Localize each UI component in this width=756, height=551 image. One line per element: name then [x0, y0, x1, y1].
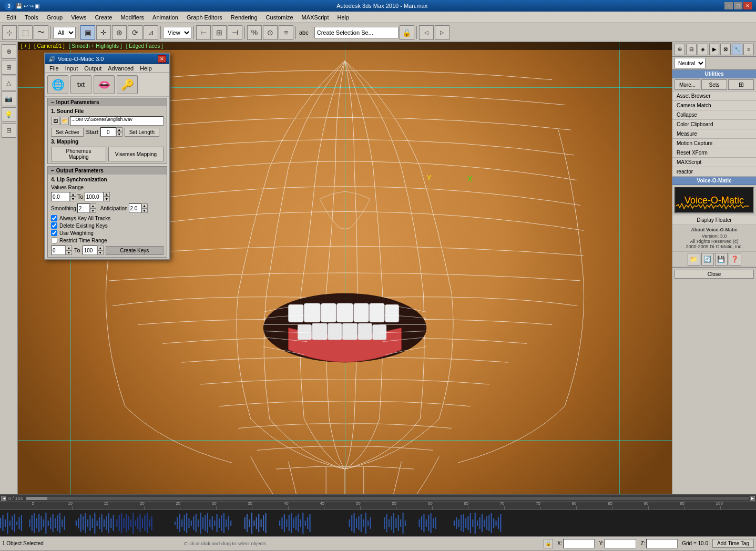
vom-set-active-btn[interactable]: Set Active: [51, 128, 84, 137]
menu-graph-editors[interactable]: Graph Editors: [182, 13, 227, 22]
util-reset-xform-btn[interactable]: Reset XForm: [672, 148, 756, 158]
rp-hierarchy-btn[interactable]: ◈: [698, 44, 708, 55]
menu-tools[interactable]: Tools: [21, 13, 43, 22]
menu-modifiers[interactable]: Modifiers: [116, 13, 148, 22]
vom-to-down[interactable]: ▼: [104, 197, 110, 201]
close-button[interactable]: ✕: [743, 2, 752, 9]
vom-menu-output[interactable]: Output: [81, 65, 105, 72]
vom-start-down-btn[interactable]: ▼: [116, 132, 122, 137]
vom-folder-icon-btn[interactable]: 📁: [688, 253, 700, 266]
vom-restrict-from-input[interactable]: [51, 246, 66, 255]
vom-refresh-icon-btn[interactable]: 🔄: [701, 253, 714, 266]
redo-btn[interactable]: ▷: [435, 25, 449, 40]
neutral-dropdown[interactable]: Neutral: [675, 58, 706, 68]
vom-output-collapse-icon[interactable]: −: [51, 168, 54, 174]
menu-customize[interactable]: Customize: [262, 13, 298, 22]
vom-smooth-up[interactable]: ▲: [90, 203, 96, 208]
scale-btn[interactable]: ⊿: [144, 25, 158, 40]
viewport[interactable]: [ + ] [ Camera01 ] [ Smooth + Highlights…: [18, 42, 672, 494]
vom-browse-icon[interactable]: 📂: [60, 117, 69, 125]
sidebar-ortho-btn[interactable]: ⊞: [2, 60, 16, 75]
vom-lips-btn[interactable]: 👄: [94, 75, 115, 94]
sidebar-grid-btn[interactable]: ⊟: [2, 123, 16, 138]
vom-from-up[interactable]: ▲: [70, 192, 76, 197]
vom-collapse-icon[interactable]: −: [51, 99, 54, 105]
status-z-input[interactable]: [646, 539, 678, 548]
util-collapse-btn[interactable]: Collapse: [672, 110, 756, 120]
status-x-input[interactable]: [563, 539, 595, 548]
vom-restrict-from-up[interactable]: ▲: [66, 246, 72, 250]
util-maxscript-btn[interactable]: MAXScript: [672, 158, 756, 167]
vom-anticip-up[interactable]: ▲: [141, 203, 148, 208]
tl-scroll-left-btn[interactable]: ◀: [1, 496, 6, 501]
util-measure-btn[interactable]: Measure: [672, 129, 756, 139]
vom-restrict-to-down[interactable]: ▼: [97, 250, 104, 255]
vom-restrict-to-input[interactable]: [83, 246, 97, 255]
util-color-clipboard-btn[interactable]: Color Clipboard: [672, 120, 756, 129]
filter-dropdown[interactable]: All: [53, 27, 76, 38]
menu-group[interactable]: Group: [43, 13, 67, 22]
rp-utilities-btn[interactable]: 🔧: [732, 44, 742, 55]
vom-smooth-down[interactable]: ▼: [90, 208, 96, 213]
vom-set-length-btn[interactable]: Set Length: [125, 128, 159, 137]
minimize-button[interactable]: −: [724, 2, 733, 9]
rp-motion-btn[interactable]: ▶: [709, 44, 720, 55]
vom-menu-help[interactable]: Help: [137, 65, 155, 72]
vom-anticip-down[interactable]: ▼: [141, 208, 148, 213]
vom-folder-icon[interactable]: 🖼: [51, 117, 59, 125]
select-move-btn[interactable]: ✛: [96, 25, 111, 40]
view-dropdown[interactable]: View: [163, 27, 191, 38]
sidebar-light-btn[interactable]: 💡: [2, 107, 16, 122]
sidebar-cam-btn[interactable]: 📷: [2, 91, 16, 106]
vom-restrict-from-down[interactable]: ▼: [66, 250, 72, 255]
vom-menu-advanced[interactable]: Advanced: [105, 65, 137, 72]
vom-phonemes-btn[interactable]: Phonemes Mapping: [51, 147, 106, 161]
timeline-content[interactable]: [0, 510, 756, 536]
array-btn[interactable]: ⊞: [212, 25, 227, 40]
vom-display-floater-btn[interactable]: Display Floater: [672, 216, 756, 225]
vom-menu-input[interactable]: Input: [62, 65, 81, 72]
utilities-sets-btn[interactable]: Sets: [701, 79, 727, 90]
vom-close-button[interactable]: ✕: [158, 55, 166, 63]
maximize-button[interactable]: □: [734, 2, 742, 9]
tl-scroll-right-btn[interactable]: ▶: [750, 496, 755, 501]
selection-lock-btn[interactable]: 🔒: [400, 25, 414, 40]
util-asset-browser-btn[interactable]: Asset Browser: [672, 91, 756, 101]
move-btn[interactable]: ⊕: [112, 25, 127, 40]
status-y-input[interactable]: [605, 539, 636, 548]
vom-panel-close-btn[interactable]: Close: [675, 270, 754, 279]
menu-help[interactable]: Help: [333, 13, 354, 22]
utilities-more-btn[interactable]: More...: [675, 79, 700, 90]
mirror-btn[interactable]: ⊢: [196, 25, 211, 40]
add-time-tag-btn[interactable]: Add Time Tag: [712, 539, 754, 548]
vom-menu-file[interactable]: File: [46, 65, 62, 72]
select-region-btn[interactable]: ⬚: [18, 25, 33, 40]
rp-modify-btn[interactable]: ⊟: [686, 44, 697, 55]
scale-bar-btn[interactable]: ≡: [279, 25, 293, 40]
spinner-snap-btn[interactable]: ⊙: [263, 25, 278, 40]
menu-animation[interactable]: Animation: [148, 13, 182, 22]
undo-btn[interactable]: ◁: [419, 25, 434, 40]
menu-rendering[interactable]: Rendering: [227, 13, 262, 22]
align-btn[interactable]: ⊣: [228, 25, 242, 40]
vom-smoothing-input[interactable]: [77, 203, 90, 213]
select-btn[interactable]: ▣: [80, 25, 95, 40]
menu-views[interactable]: Views: [67, 13, 90, 22]
vom-restrict-time-checkbox[interactable]: [51, 237, 57, 243]
vom-save-icon-btn[interactable]: 💾: [715, 253, 728, 266]
vom-globe-btn[interactable]: 🌐: [47, 75, 68, 94]
vom-create-keys-btn[interactable]: Create Keys: [106, 246, 164, 255]
vom-to-up[interactable]: ▲: [104, 192, 110, 197]
vom-delete-keys-checkbox[interactable]: [51, 222, 57, 229]
menu-create[interactable]: Create: [90, 13, 116, 22]
lasso-btn[interactable]: 〜: [34, 25, 48, 40]
tl-scroll-track[interactable]: [26, 497, 749, 500]
util-camera-match-btn[interactable]: Camera Match: [672, 101, 756, 110]
percent-btn[interactable]: %: [247, 25, 262, 40]
vom-from-input[interactable]: [51, 192, 70, 201]
create-selection-input[interactable]: [314, 27, 399, 38]
vom-from-down[interactable]: ▼: [70, 197, 76, 201]
vom-always-key-checkbox[interactable]: [51, 215, 57, 221]
rp-create-btn[interactable]: ⊕: [675, 44, 685, 55]
sidebar-snap-btn[interactable]: ⊕: [2, 44, 16, 59]
